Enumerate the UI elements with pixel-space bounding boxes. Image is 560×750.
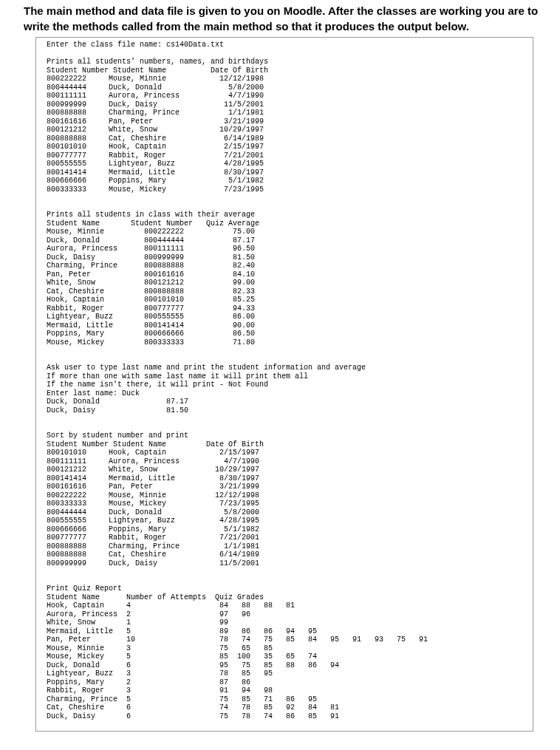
table-row: 800777777 Rabbit, Roger 7/21/2001 [47,151,264,160]
table-row: Hook, Captain 800101010 85.25 [47,296,255,304]
table-row: Hook, Captain 4 84 88 88 81 [47,601,295,610]
table-row: 800222222 Mouse, Minnie 12/12/1998 [47,75,264,83]
table-row: Cat, Cheshire 800888888 82.33 [47,287,255,296]
table-row: Pan, Peter 10 78 74 75 85 84 95 91 93 75… [47,635,428,644]
table-row: 800999999 Duck, Daisy 11/5/2001 [47,559,259,567]
table-row: Charming, Prince 800888888 82.40 [47,262,255,270]
table-row: Duck, Daisy 6 75 78 74 86 85 91 [47,712,339,720]
table-row: White, Snow 800121212 99.00 [47,279,255,287]
table-row: Duck, Daisy 800999999 81.50 [47,253,255,262]
section1-title: Prints all students' numbers, names, and… [47,58,268,66]
section4-title: Sort by student number and print [47,432,188,440]
section2-header: Student Name Student Number Quiz Average [47,219,259,228]
instructions-text: The main method and data file is given t… [0,0,560,37]
table-row: Rabbit, Roger 3 91 94 98 [47,686,273,695]
section4-header: Student Number Student Name Date Of Birt… [47,440,264,449]
table-row: 800555555 Lightyear, Buzz 4/28/1995 [47,160,264,168]
table-row: Mermaid, Little 5 89 86 86 94 95 [47,627,317,635]
section1-header: Student Number Student Name Date Of Birt… [47,67,268,75]
table-row: 800888888 Cat, Cheshire 6/14/1989 [47,134,264,143]
section5-header: Student Name Number of Attempts Quiz Gra… [47,593,264,601]
table-row: 800888888 Cat, Cheshire 6/14/1989 [47,550,259,559]
table-row: 800888888 Charming, Prince 1/1/1981 [47,109,264,117]
table-row: 800111111 Aurora, Princess 4/7/1990 [47,92,264,100]
section5-title: Print Quiz Report [47,584,122,593]
table-row: 800333333 Mouse, Mickey 7/23/1995 [47,500,259,508]
table-row: 800999999 Duck, Daisy 11/5/2001 [47,100,264,109]
table-row: 800121212 White, Snow 10/29/1997 [47,126,264,134]
table-row: Pan, Peter 800161616 84.10 [47,270,255,279]
table-row: Lightyear, Buzz 3 78 85 95 [47,669,273,678]
table-row: 800141414 Mermaid, Little 8/30/1997 [47,168,264,177]
section2-title: Prints all students in class with their … [47,211,255,219]
table-row: Poppins, Mary 800666666 86.50 [47,330,255,338]
table-row: Duck, Donald 800444444 87.17 [47,236,255,245]
program-output: Enter the class file name: cs140Data.txt… [35,37,533,732]
table-row: Poppins, Mary 2 87 86 [47,678,250,686]
table-row: Charming, Prince 5 75 85 71 86 95 [47,695,317,703]
table-row: Mouse, Mickey 800333333 71.80 [47,338,255,347]
table-row: 800141414 Mermaid, Little 8/30/1997 [47,474,259,483]
table-row: 800666666 Poppins, Mary 5/1/1982 [47,525,259,533]
section3-line: Ask user to type last name and print the… [47,364,366,372]
table-row: White, Snow 1 99 [47,618,228,627]
table-row: Mouse, Mickey 5 85 100 35 65 74 [47,652,317,661]
table-row: Mermaid, Little 800141414 90.00 [47,321,255,330]
table-row: 800777777 Rabbit, Roger 7/21/2001 [47,533,259,542]
section3-line: Duck, Donald 87.17 [47,398,188,406]
table-row: Aurora, Princess 2 97 96 [47,610,250,618]
table-row: 800222222 Mouse, Minnie 12/12/1998 [47,491,259,500]
table-row: Cat, Cheshire 6 74 78 85 92 84 81 [47,703,339,712]
table-row: 800161616 Pan, Peter 3/21/1999 [47,117,264,126]
table-row: Lightyear, Buzz 800555555 86.00 [47,313,255,321]
table-row: 800333333 Mouse, Mickey 7/23/1995 [47,185,264,194]
table-row: 800444444 Duck, Donald 5/8/2000 [47,83,264,92]
section3-line: Duck, Daisy 81.50 [47,406,188,415]
section3-line: If more than one with same last name it … [47,372,308,381]
prompt-line: Enter the class file name: cs140Data.txt [47,41,224,49]
table-row: Aurora, Princess 800111111 96.50 [47,245,255,253]
table-row: 800121212 White, Snow 10/29/1997 [47,466,259,474]
table-row: Duck, Donald 6 95 75 85 88 86 94 [47,661,339,669]
table-row: Rabbit, Roger 800777777 94.33 [47,304,255,313]
section3-line: Enter last name: Duck [47,389,140,398]
table-row: 800444444 Duck, Donald 5/8/2000 [47,508,259,517]
table-row: 800111111 Aurora, Princess 4/7/1990 [47,457,259,466]
table-row: 800888888 Charming, Prince 1/1/1981 [47,542,259,550]
table-row: 800101010 Hook, Captain 2/15/1997 [47,143,264,151]
table-row: 800161616 Pan, Peter 3/21/1999 [47,483,259,491]
table-row: Mouse, Minnie 3 75 65 85 [47,644,273,652]
table-row: 800555555 Lightyear, Buzz 4/28/1995 [47,517,259,525]
table-row: 800101010 Hook, Captain 2/15/1997 [47,449,259,457]
table-row: 800666666 Poppins, Mary 5/1/1982 [47,177,264,185]
table-row: Mouse, Minnie 800222222 75.00 [47,228,255,236]
section3-line: If the name isn't there, it will print -… [47,381,268,389]
